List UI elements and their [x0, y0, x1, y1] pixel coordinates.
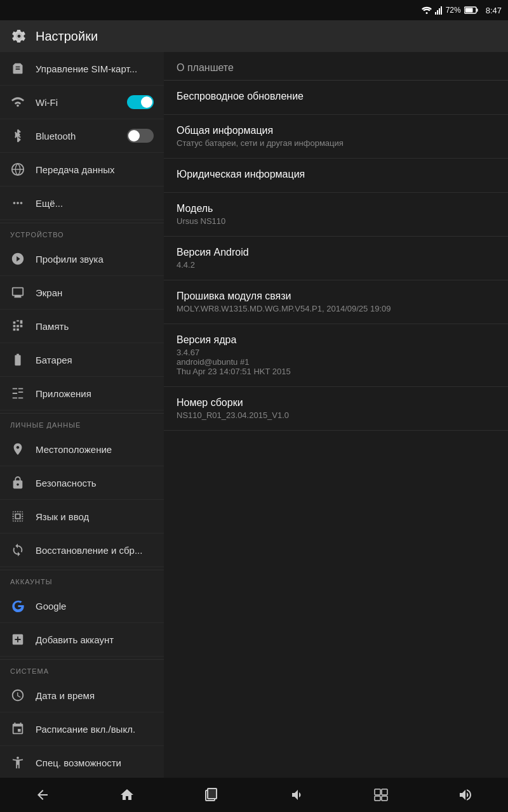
title-bar: Настройки: [0, 20, 508, 52]
sidebar-item-wifi[interactable]: Wi-Fi: [0, 86, 164, 119]
accessibility-icon: [10, 755, 25, 770]
data-icon: [10, 162, 25, 177]
content-general-info[interactable]: Общая информация Статус батареи, сети и …: [164, 115, 508, 159]
battery-icon: [464, 6, 478, 14]
svg-rect-6: [476, 9, 478, 12]
add-account-icon: [10, 632, 25, 647]
sidebar-item-battery[interactable]: Батарея: [0, 343, 164, 377]
datetime-icon: [10, 688, 25, 703]
screen-icon: [10, 285, 25, 300]
back-button[interactable]: [27, 782, 58, 808]
memory-icon: [10, 318, 25, 334]
recents-button[interactable]: [196, 782, 227, 808]
sidebar-item-data-label: Передача данных: [36, 164, 115, 175]
sidebar-item-language-label: Язык и ввод: [36, 511, 89, 522]
location-icon: [10, 442, 25, 457]
sidebar-item-screen[interactable]: Экран: [0, 276, 164, 310]
home-button[interactable]: [111, 782, 143, 808]
sidebar-item-apps-label: Приложения: [36, 388, 91, 399]
sidebar-item-language[interactable]: Язык и ввод: [0, 500, 164, 534]
content-baseband-subtitle: MOLY.WR8.W1315.MD.WG.MP.V54.P1, 2014/09/…: [177, 304, 495, 313]
status-icons: 72%: [422, 6, 478, 15]
language-icon: [10, 509, 25, 524]
sidebar-item-security[interactable]: Безопасность: [0, 466, 164, 500]
content-kernel-subtitle: 3.4.67 android@ubuntu #1 Thu Apr 23 14:0…: [177, 348, 495, 376]
sidebar-item-sim[interactable]: Управление SIM-карт...: [0, 52, 164, 86]
sidebar-item-add-account[interactable]: Добавить аккаунт: [0, 623, 164, 657]
sidebar-item-datetime[interactable]: Дата и время: [0, 679, 164, 712]
schedule-icon: [10, 721, 25, 737]
content-build[interactable]: Номер сборки NS110_R01_23.04.2015_V1.0: [164, 387, 508, 431]
svg-rect-7: [465, 8, 472, 13]
battery-sidebar-icon: [10, 352, 25, 367]
svg-rect-4: [441, 6, 442, 15]
svg-rect-3: [439, 8, 440, 15]
sidebar-item-wifi-label: Wi-Fi: [36, 97, 58, 108]
svg-rect-2: [437, 10, 438, 15]
vol-up-button[interactable]: [450, 782, 481, 808]
sidebar-item-screen-label: Экран: [36, 287, 62, 298]
backup-icon: [10, 542, 25, 558]
content-general-info-subtitle: Статус батареи, сети и другая информация: [177, 138, 495, 148]
wifi-status-icon: [422, 6, 432, 14]
sidebar-item-accessibility[interactable]: Спец. возможности: [0, 746, 164, 778]
sidebar-item-schedule[interactable]: Расписание вкл./выкл.: [0, 712, 164, 746]
sidebar-item-memory[interactable]: Память: [0, 310, 164, 343]
svg-rect-20: [382, 796, 387, 801]
sidebar-item-more[interactable]: Ещё...: [0, 187, 164, 220]
content-android-version[interactable]: Версия Android 4.4.2: [164, 237, 508, 280]
svg-rect-16: [208, 789, 217, 799]
sidebar-item-sim-label: Управление SIM-карт...: [36, 63, 137, 74]
svg-rect-18: [382, 789, 387, 795]
sidebar: Управление SIM-карт... Wi-Fi: [0, 52, 164, 778]
content-build-title: Номер сборки: [177, 397, 495, 409]
sidebar-item-backup-label: Восстановление и сбр...: [36, 545, 142, 556]
battery-text: 72%: [446, 6, 461, 15]
sidebar-item-data[interactable]: Передача данных: [0, 153, 164, 187]
bluetooth-icon: [10, 128, 25, 143]
device-section-header: УСТРОЙСТВО: [0, 223, 164, 242]
content-general-info-title: Общая информация: [177, 125, 495, 136]
content-baseband-title: Прошивка модуля связи: [177, 291, 495, 302]
content-android-version-title: Версия Android: [177, 247, 495, 258]
bluetooth-toggle-knob: [128, 130, 140, 141]
wifi-toggle[interactable]: [127, 95, 154, 109]
content-model-title: Модель: [177, 203, 495, 214]
wifi-icon: [10, 95, 25, 110]
sidebar-item-bluetooth-label: Bluetooth: [36, 131, 76, 141]
content-area: О планшете Беспроводное обновление Общая…: [164, 52, 508, 778]
sim-icon: [10, 61, 25, 76]
settings-gear-icon: [10, 27, 28, 45]
vol-down-button[interactable]: [281, 782, 312, 808]
content-kernel-title: Версия ядра: [177, 334, 495, 346]
content-wireless-update[interactable]: Беспроводное обновление: [164, 81, 508, 115]
content-kernel[interactable]: Версия ядра 3.4.67 android@ubuntu #1 Thu…: [164, 324, 508, 387]
svg-point-0: [425, 12, 427, 14]
content-model-subtitle: Ursus NS110: [177, 216, 495, 226]
content-legal[interactable]: Юридическая информация: [164, 159, 508, 193]
sidebar-item-google[interactable]: Google: [0, 589, 164, 623]
personal-section-header: ЛИЧНЫЕ ДАННЫЕ: [0, 413, 164, 433]
sidebar-item-accessibility-label: Спец. возможности: [36, 757, 121, 768]
sidebar-item-location[interactable]: Местоположение: [0, 433, 164, 466]
svg-rect-17: [375, 789, 380, 795]
content-wireless-update-title: Беспроводное обновление: [177, 91, 495, 102]
security-icon: [10, 475, 25, 490]
sidebar-item-bluetooth[interactable]: Bluetooth: [0, 119, 164, 153]
svg-rect-1: [435, 12, 436, 15]
page-title: Настройки: [36, 29, 98, 44]
status-bar: 72% 8:47: [0, 0, 508, 20]
multi-window-button[interactable]: [365, 782, 397, 808]
content-baseband[interactable]: Прошивка модуля связи MOLY.WR8.W1315.MD.…: [164, 280, 508, 324]
sound-icon: [10, 251, 25, 266]
content-model[interactable]: Модель Ursus NS110: [164, 193, 508, 237]
sidebar-item-apps[interactable]: Приложения: [0, 377, 164, 410]
sidebar-item-backup[interactable]: Восстановление и сбр...: [0, 534, 164, 567]
accounts-section-header: АККАУНТЫ: [0, 570, 164, 589]
sidebar-item-sound[interactable]: Профили звука: [0, 242, 164, 276]
bluetooth-toggle[interactable]: [127, 129, 154, 143]
system-section-header: СИСТЕМА: [0, 659, 164, 679]
sidebar-item-location-label: Местоположение: [36, 444, 112, 455]
svg-rect-19: [375, 796, 380, 801]
sidebar-item-more-label: Ещё...: [36, 198, 63, 209]
